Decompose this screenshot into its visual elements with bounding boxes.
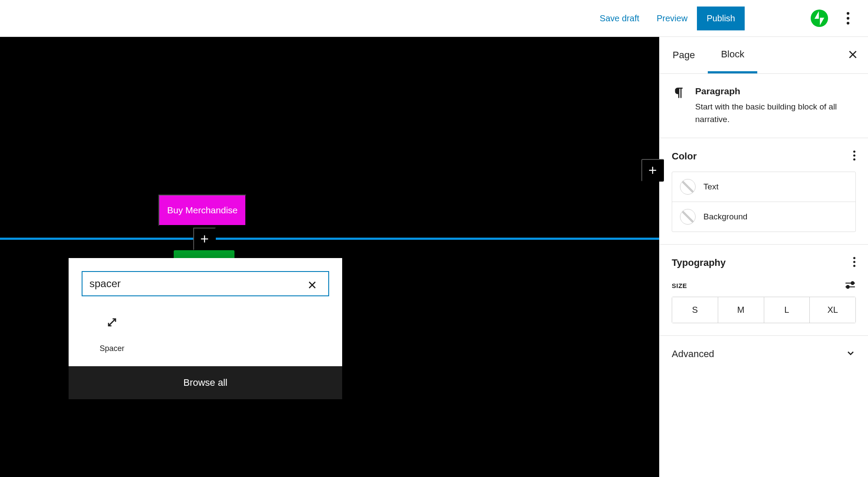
add-block-floating-button[interactable]	[641, 159, 664, 182]
font-size-options: S M L XL	[672, 297, 856, 323]
svg-point-2	[811, 10, 828, 27]
block-search-input[interactable]	[82, 271, 329, 296]
color-panel: Color Text Background	[660, 138, 868, 245]
svg-point-23	[846, 285, 849, 288]
svg-point-17	[853, 257, 855, 259]
close-icon	[307, 280, 317, 290]
inserter-search-container	[69, 258, 342, 309]
svg-point-18	[853, 261, 855, 263]
block-result-spacer[interactable]: Spacer	[82, 309, 142, 353]
svg-point-15	[853, 155, 855, 157]
text-color-swatch	[680, 179, 696, 195]
typography-panel: Typography SIZE S M L XL	[660, 245, 868, 336]
size-label: SIZE	[672, 282, 687, 289]
advanced-panel-toggle[interactable]: Advanced	[660, 336, 868, 372]
inserter-results: Spacer	[69, 309, 342, 366]
spacer-block-icon	[105, 309, 119, 335]
text-color-label: Text	[703, 182, 719, 192]
typography-panel-options[interactable]	[853, 257, 856, 268]
size-option-l[interactable]: L	[764, 297, 810, 323]
more-vertical-icon	[853, 257, 856, 267]
background-color-label: Background	[703, 212, 747, 222]
preview-button[interactable]: Preview	[649, 8, 695, 29]
publish-button[interactable]: Publish	[697, 7, 745, 30]
close-icon	[847, 49, 858, 60]
size-option-s[interactable]: S	[672, 297, 718, 323]
clear-search-button[interactable]	[306, 279, 318, 291]
sidebar-tabs: Page Block	[660, 37, 868, 74]
size-option-xl[interactable]: XL	[809, 297, 855, 323]
size-option-m[interactable]: M	[718, 297, 764, 323]
newspack-icon	[783, 11, 798, 26]
text-color-row[interactable]: Text	[672, 172, 855, 202]
sliders-icon	[845, 281, 856, 289]
tab-block[interactable]: Block	[708, 37, 757, 73]
background-color-row[interactable]: Background	[672, 202, 855, 232]
settings-sidebar-toggle[interactable]	[751, 7, 773, 30]
block-description: Start with the basic building block of a…	[695, 101, 856, 126]
buy-merchandise-button[interactable]: Buy Merchandise	[158, 195, 246, 226]
typography-panel-heading: Typography	[672, 257, 726, 268]
jetpack-icon	[811, 10, 828, 27]
tab-page[interactable]: Page	[660, 37, 708, 73]
paragraph-icon	[672, 86, 685, 126]
block-inserter-popover: Spacer Browse all	[69, 258, 342, 399]
jetpack-button[interactable]	[808, 7, 831, 30]
svg-point-4	[847, 17, 849, 20]
block-result-label: Spacer	[99, 344, 124, 353]
block-title: Paragraph	[695, 86, 856, 96]
more-vertical-icon	[842, 12, 855, 25]
editor-top-toolbar: Save draft Preview Publish	[0, 0, 868, 37]
svg-point-19	[853, 265, 855, 267]
color-panel-options[interactable]	[853, 150, 856, 162]
more-vertical-icon	[853, 150, 856, 161]
more-options-button[interactable]	[837, 7, 859, 30]
advanced-heading: Advanced	[672, 348, 714, 360]
svg-point-14	[853, 151, 855, 153]
color-options-list: Text Background	[672, 172, 856, 232]
editor-canvas[interactable]: Buy Merchandise Spacer B	[0, 37, 659, 477]
plus-icon	[198, 233, 211, 245]
close-sidebar-button[interactable]	[847, 49, 858, 62]
insert-block-inline-button[interactable]	[193, 228, 216, 250]
size-settings-button[interactable]	[845, 281, 856, 291]
background-color-swatch	[680, 209, 696, 225]
plus-icon	[647, 164, 659, 176]
block-insertion-indicator	[0, 238, 659, 240]
svg-point-5	[847, 22, 849, 24]
browse-all-blocks-button[interactable]: Browse all	[69, 366, 342, 399]
block-info-header: Paragraph Start with the basic building …	[660, 74, 868, 138]
svg-point-3	[847, 12, 849, 15]
svg-point-16	[853, 159, 855, 161]
sidebar-icon	[756, 12, 768, 24]
newspack-button[interactable]	[779, 7, 802, 30]
settings-sidebar: Page Block Paragraph Start with the basi…	[659, 37, 868, 477]
color-panel-heading: Color	[672, 151, 696, 162]
chevron-down-icon	[845, 348, 856, 360]
svg-rect-0	[758, 14, 767, 23]
save-draft-button[interactable]: Save draft	[592, 8, 647, 29]
svg-point-21	[851, 282, 854, 285]
